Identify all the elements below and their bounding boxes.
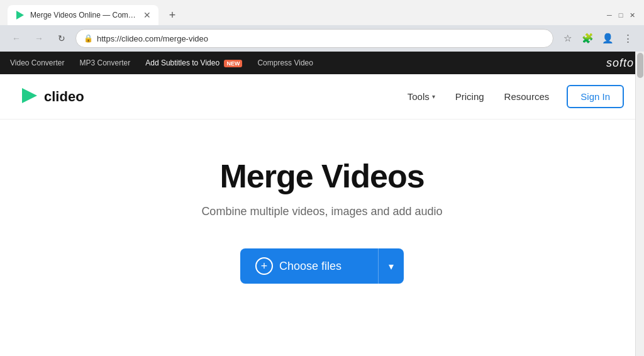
reload-button[interactable]: ↻	[53, 30, 70, 47]
main-navigation: clideo Tools ▾ Pricing Resources Sign In	[0, 74, 644, 120]
browser-titlebar: Merge Videos Online — Combi… ✕ + ─ □ ✕	[0, 0, 644, 25]
page-wrapper: Video Converter MP3 Converter Add Subtit…	[0, 52, 644, 356]
topbar-link-compress-video[interactable]: Compress Video	[257, 58, 313, 67]
close-button[interactable]: ✕	[628, 11, 636, 19]
tab-title: Merge Videos Online — Combi…	[30, 11, 138, 19]
logo-text: clideo	[44, 89, 84, 105]
nav-links: Tools ▾ Pricing Resources Sign In	[400, 85, 624, 108]
browser-chrome: Merge Videos Online — Combi… ✕ + ─ □ ✕ ←…	[0, 0, 644, 52]
maximize-button[interactable]: □	[616, 11, 625, 19]
bookmark-button[interactable]: ☆	[558, 30, 576, 47]
topbar-link-add-subtitles[interactable]: Add Subtitles to Video NEW	[145, 58, 242, 67]
softo-brand: softo	[606, 57, 634, 70]
address-bar[interactable]: 🔒 https://clideo.com/merge-video	[75, 29, 553, 48]
extensions-button[interactable]: 🧩	[579, 30, 596, 47]
nav-pricing[interactable]: Pricing	[448, 86, 492, 107]
profile-button[interactable]: 👤	[599, 30, 616, 47]
hero-title: Merge Videos	[219, 157, 424, 195]
browser-toolbar: ← → ↻ 🔒 https://clideo.com/merge-video ☆…	[0, 25, 644, 52]
scrollbar-thumb[interactable]	[637, 53, 643, 78]
tools-chevron-icon: ▾	[432, 93, 435, 100]
window-controls: ─ □ ✕	[605, 11, 636, 19]
top-announcement-bar: Video Converter MP3 Converter Add Subtit…	[0, 52, 644, 74]
nav-tools[interactable]: Tools ▾	[400, 86, 443, 107]
svg-marker-0	[16, 11, 24, 19]
menu-button[interactable]: ⋮	[619, 30, 636, 47]
choose-files-main-area: + Choose files	[240, 248, 378, 284]
sign-in-button[interactable]: Sign In	[567, 85, 624, 108]
logo-icon	[20, 86, 39, 108]
logo[interactable]: clideo	[20, 86, 84, 108]
choose-files-label: Choose files	[279, 260, 341, 273]
back-button[interactable]: ←	[8, 30, 25, 47]
toolbar-icons: ☆ 🧩 👤 ⋮	[558, 30, 636, 47]
choose-files-chevron-icon[interactable]: ▾	[379, 260, 404, 272]
hero-subtitle: Combine multiple videos, images and add …	[201, 205, 442, 218]
nav-resources[interactable]: Resources	[497, 86, 557, 107]
security-icon: 🔒	[84, 34, 93, 43]
tab-close-button[interactable]: ✕	[143, 11, 151, 19]
site-content: Video Converter MP3 Converter Add Subtit…	[0, 52, 644, 356]
hero-section: Merge Videos Combine multiple videos, im…	[0, 120, 644, 334]
scrollbar[interactable]	[635, 52, 644, 356]
topbar-link-video-converter[interactable]: Video Converter	[10, 58, 65, 67]
plus-icon: +	[255, 257, 273, 275]
topbar-link-mp3-converter[interactable]: MP3 Converter	[80, 58, 131, 67]
tab-favicon	[15, 10, 25, 20]
new-tab-button[interactable]: +	[164, 6, 181, 24]
new-badge: NEW	[224, 60, 242, 67]
url-text: https://clideo.com/merge-video	[97, 34, 545, 43]
browser-tab[interactable]: Merge Videos Online — Combi… ✕	[8, 5, 158, 25]
choose-files-button[interactable]: + Choose files ▾	[240, 248, 404, 284]
minimize-button[interactable]: ─	[605, 11, 614, 19]
forward-button[interactable]: →	[30, 30, 48, 47]
svg-marker-1	[22, 88, 37, 103]
